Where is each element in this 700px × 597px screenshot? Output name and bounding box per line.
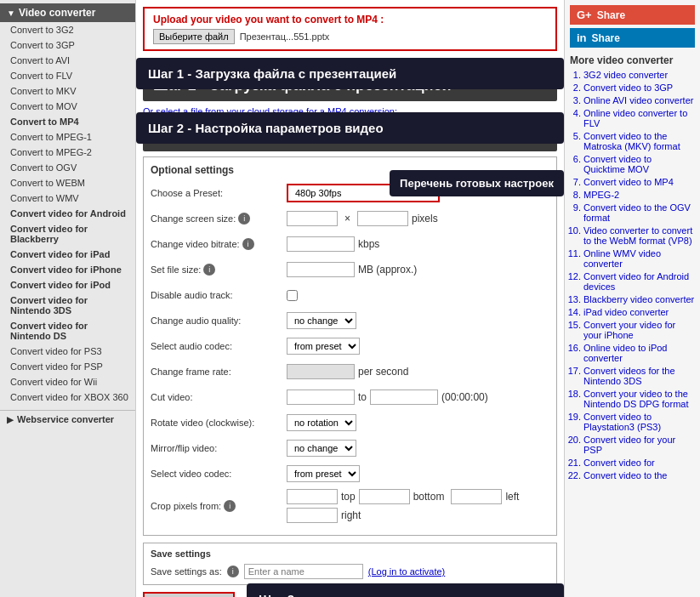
sidebar-item-mpeg2[interactable]: Convert to MPEG-2 [0, 145, 135, 160]
sidebar-item-mpeg1[interactable]: Convert to MPEG-1 [0, 129, 135, 145]
preset-label: Choose a Preset: [151, 188, 287, 198]
more-item-15[interactable]: Convert your video for your iPhone [583, 320, 695, 340]
left-sidebar: ▼ Video converter Convert to 3G2 Convert… [0, 0, 136, 597]
more-item-7[interactable]: Convert video to MP4 [583, 177, 695, 187]
time-format-label: (00:00:00) [441, 391, 488, 403]
choose-file-button[interactable]: Выберите файл [153, 29, 235, 44]
filesize-input[interactable] [287, 262, 355, 277]
more-item-13[interactable]: Blackberry video converter [583, 294, 695, 304]
sidebar-item-android[interactable]: Convert video for Android [0, 206, 135, 221]
rotate-row: Rotate video (clockwise): no rotation [151, 412, 549, 433]
step2-banner: Шаг 2 - Настройка параметров видео [143, 120, 557, 151]
sidebar-item-wii[interactable]: Convert video for Wii [0, 374, 135, 389]
sidebar-item-ogv[interactable]: Convert to OGV [0, 160, 135, 175]
sidebar-item-ipod[interactable]: Convert video for iPod [0, 277, 135, 293]
save-info-icon[interactable]: i [227, 566, 239, 577]
crop-top-input[interactable] [287, 489, 338, 504]
screen-size-row: Change screen size: i × pixels [151, 208, 549, 229]
more-item-3[interactable]: Online AVI video converter [583, 95, 695, 105]
url-label[interactable]: Or enter URL of the file you want to con… [143, 56, 557, 66]
sidebar-item-ipad[interactable]: Convert video for iPad [0, 247, 135, 262]
sidebar-item-mp4[interactable]: Convert to MP4 [0, 114, 135, 129]
screen-size-info-icon[interactable]: i [238, 213, 250, 225]
sidebar-item-wmv[interactable]: Convert to WMV [0, 190, 135, 206]
login-link[interactable]: (Log in to activate) [368, 566, 446, 577]
gplus-share-label: Share [597, 9, 625, 21]
filesize-label: Set file size: i [151, 264, 287, 276]
cut-end-input[interactable] [370, 389, 438, 405]
rotate-select[interactable]: no rotation [287, 414, 356, 431]
save-row: Save settings as: i (Log in to activate) [151, 564, 549, 579]
sidebar-item-psp[interactable]: Convert video for PSP [0, 359, 135, 374]
disable-audio-checkbox[interactable] [287, 290, 298, 301]
sidebar-item-flv[interactable]: Convert to FLV [0, 68, 135, 83]
bitrate-row: Change video bitrate: i kbps [151, 234, 549, 254]
video-codec-label: Select video codec: [151, 469, 287, 479]
sidebar-title: Video converter [19, 7, 95, 19]
more-item-18[interactable]: Convert your video to the Nintendo DS DP… [583, 389, 695, 409]
more-item-10[interactable]: Video converter to convert to the WebM f… [583, 225, 695, 246]
framerate-control: per second [287, 364, 549, 379]
more-item-9[interactable]: Convert video to the OGV format [583, 202, 695, 223]
share-linkedin-button[interactable]: in Share [570, 28, 695, 48]
more-item-5[interactable]: Convert video to the Matroska (MKV) form… [583, 131, 695, 151]
sidebar-item-xbox[interactable]: Convert video for XBOX 360 [0, 389, 135, 405]
more-item-22[interactable]: Convert video to the [583, 470, 695, 480]
share-gplus-button[interactable]: G+ Share [570, 5, 695, 25]
framerate-input[interactable] [287, 364, 355, 379]
more-item-2[interactable]: Convert video to 3GP [583, 82, 695, 93]
sidebar-item-mkv[interactable]: Convert to MKV [0, 83, 135, 99]
sidebar-item-webm[interactable]: Convert to WEBM [0, 175, 135, 190]
sidebar-item-ps3[interactable]: Convert video for PS3 [0, 344, 135, 359]
more-item-4[interactable]: Online video converter to FLV [583, 108, 695, 128]
more-item-12[interactable]: Convert video for Android devices [583, 271, 695, 292]
sidebar-item-mov[interactable]: Convert to MOV [0, 99, 135, 114]
save-name-input[interactable] [244, 564, 363, 579]
screen-width-input[interactable] [287, 211, 338, 226]
sidebar-item-nds[interactable]: Convert video for Nintendo DS [0, 318, 135, 344]
more-item-6[interactable]: Convert video to Quicktime MOV [583, 154, 695, 174]
bitrate-input[interactable] [287, 236, 355, 252]
cut-start-input[interactable] [287, 389, 355, 405]
more-item-16[interactable]: Online video to iPod converter [583, 343, 695, 363]
mb-label: MB (approx.) [358, 264, 417, 276]
mirror-select[interactable]: no change [287, 440, 356, 457]
sidebar-item-blackberry[interactable]: Convert video for Blackberry [0, 221, 135, 247]
crop-left-input[interactable] [451, 489, 502, 504]
preset-select[interactable]: 480p 30fps 720p 30fps 1080p 30fps 360p 3… [287, 184, 440, 202]
more-item-19[interactable]: Convert video to Playstation3 (PS3) [583, 412, 695, 432]
right-sidebar: G+ Share in Share More video converter 3… [564, 0, 700, 597]
sidebar-item-avi[interactable]: Convert to AVI [0, 53, 135, 68]
video-codec-select[interactable]: from preset [287, 465, 360, 482]
crop-info-icon[interactable]: i [224, 500, 236, 512]
sidebar-item-iphone[interactable]: Convert video for iPhone [0, 262, 135, 277]
filesize-control: MB (approx.) [287, 262, 549, 277]
screen-height-input[interactable] [357, 211, 408, 226]
more-item-17[interactable]: Convert videos for the Nintendo 3DS [583, 366, 695, 386]
more-item-1[interactable]: 3G2 video converter [583, 70, 695, 80]
filesize-info-icon[interactable]: i [203, 264, 215, 276]
cloud-label[interactable]: Or select a file from your cloud storage… [143, 106, 557, 117]
more-item-11[interactable]: Online WMV video converter [583, 248, 695, 269]
crop-right-input[interactable] [287, 508, 338, 523]
webservice-section[interactable]: ▶ Webservice converter [0, 410, 135, 428]
sidebar-item-3ds[interactable]: Convert video for Nintendo 3DS [0, 293, 135, 318]
sidebar-item-3gp[interactable]: Convert to 3GP [0, 37, 135, 53]
audio-quality-control: no change [287, 312, 549, 329]
convert-file-button[interactable]: Convert file [143, 592, 235, 597]
more-item-14[interactable]: iPad video converter [583, 307, 695, 317]
audio-quality-select[interactable]: no change [287, 312, 356, 329]
upload-row: Выберите файл Презентац...551.pptx [153, 29, 547, 44]
more-item-20[interactable]: Convert video for your PSP [583, 435, 695, 455]
audio-codec-select[interactable]: from preset [287, 338, 360, 355]
more-item-21[interactable]: Convert video for [583, 458, 695, 468]
audio-quality-label: Change audio quality: [151, 316, 287, 326]
sidebar-item-3g2[interactable]: Convert to 3G2 [0, 22, 135, 37]
upload-section: Upload your video you want to convert to… [143, 7, 557, 51]
save-title: Save settings [151, 549, 549, 559]
crop-bottom-input[interactable] [359, 489, 410, 504]
crop-top-label: top [341, 491, 356, 503]
bitrate-info-icon[interactable]: i [242, 238, 254, 250]
more-item-8[interactable]: MPEG-2 [583, 190, 695, 200]
cut-to-label: to [358, 391, 367, 403]
